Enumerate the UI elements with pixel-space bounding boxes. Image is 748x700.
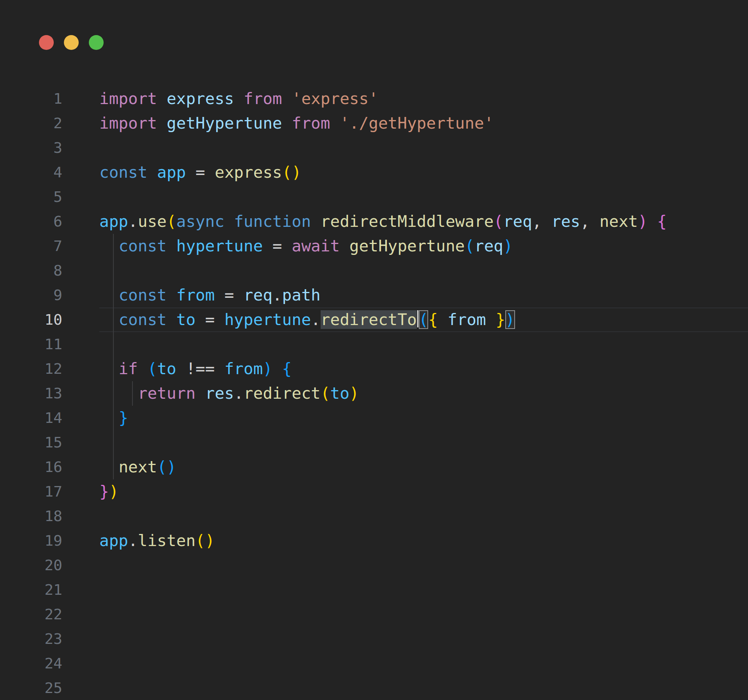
code-token: req [503, 212, 532, 231]
code-token [138, 359, 148, 378]
code-token: app [99, 212, 128, 231]
line-number: 1 [0, 87, 62, 111]
minimize-button[interactable] [64, 35, 79, 50]
code-line[interactable]: 10 const to = hypertune.redirectTo({ fro… [0, 308, 748, 332]
code-line[interactable]: 25 [0, 676, 748, 700]
code-line-content: const hypertune = await getHypertune(req… [99, 234, 748, 258]
code-line[interactable]: 20 [0, 553, 748, 578]
code-token: from [448, 310, 486, 329]
code-token: } [496, 310, 505, 329]
code-line-content [99, 136, 748, 160]
code-line[interactable]: 9 const from = req.path [0, 283, 748, 308]
line-number: 11 [0, 332, 62, 357]
code-token: async [176, 212, 224, 231]
code-token: res [205, 384, 234, 403]
code-line[interactable]: 13 return res.redirect(to) [0, 381, 748, 406]
code-line[interactable]: 19app.listen() [0, 529, 748, 553]
code-editor-area[interactable]: 1import express from 'express'2import ge… [0, 87, 748, 700]
code-line[interactable]: 12 if (to !== from) { [0, 357, 748, 381]
code-line-content [99, 430, 748, 455]
code-token [157, 89, 167, 108]
close-button[interactable] [39, 35, 54, 50]
code-token: const [99, 163, 147, 182]
code-line-content [99, 332, 748, 357]
code-token: ( [147, 359, 157, 378]
code-token: = [196, 310, 224, 329]
code-token [234, 89, 244, 108]
line-number: 3 [0, 136, 62, 160]
code-token: ) [503, 237, 513, 255]
code-token: ( [167, 212, 176, 231]
code-line[interactable]: 14 } [0, 406, 748, 430]
code-token [167, 286, 176, 304]
code-line[interactable]: 6app.use(async function redirectMiddlewa… [0, 209, 748, 234]
code-line-content: import express from 'express' [99, 87, 748, 111]
code-token: . [234, 384, 244, 403]
code-token: listen [138, 531, 196, 550]
code-line-content: return res.redirect(to) [99, 381, 748, 406]
code-token [272, 359, 282, 378]
code-token: next [600, 212, 638, 231]
code-line[interactable]: 17}) [0, 479, 748, 504]
code-token: ) [205, 531, 215, 550]
code-token: from [292, 114, 330, 133]
code-editor-window: 1import express from 'express'2import ge… [0, 0, 748, 700]
code-token: hypertune [224, 310, 311, 329]
code-token: . [128, 212, 138, 231]
code-line[interactable]: 16 next() [0, 455, 748, 479]
code-line[interactable]: 3 [0, 136, 748, 160]
code-line[interactable]: 22 [0, 602, 748, 627]
code-line[interactable]: 11 [0, 332, 748, 357]
code-token: = [215, 286, 243, 304]
code-token: redirect [243, 384, 320, 403]
code-token: to [330, 384, 349, 403]
code-token: const [118, 310, 166, 329]
code-token: ( [282, 163, 292, 182]
line-number: 15 [0, 430, 62, 455]
indent-guide [113, 455, 114, 479]
code-token: } [99, 482, 109, 501]
code-line[interactable]: 8 [0, 258, 748, 283]
code-token: ( [494, 212, 503, 231]
zoom-button[interactable] [89, 35, 104, 50]
code-line[interactable]: 21 [0, 578, 748, 602]
code-token [340, 237, 349, 255]
code-token [647, 212, 657, 231]
code-token: ) [263, 359, 273, 378]
code-line[interactable]: 2import getHypertune from './getHypertun… [0, 111, 748, 136]
code-token [99, 359, 118, 378]
code-line-content [99, 578, 748, 602]
code-token: from [176, 286, 215, 304]
code-line[interactable]: 1import express from 'express' [0, 87, 748, 111]
code-line-content [99, 504, 748, 529]
code-token [99, 458, 118, 476]
code-token: . [272, 286, 282, 304]
code-token: express [167, 89, 234, 108]
code-token: app [157, 163, 186, 182]
line-number: 22 [0, 602, 62, 627]
code-token: const [118, 286, 166, 304]
code-token: return [138, 384, 196, 403]
code-line[interactable]: 15 [0, 430, 748, 455]
code-line[interactable]: 23 [0, 627, 748, 651]
code-line-content [99, 676, 748, 700]
code-token: !== [176, 359, 224, 378]
code-line[interactable]: 5 [0, 185, 748, 209]
code-line[interactable]: 7 const hypertune = await getHypertune(r… [0, 234, 748, 258]
code-token: . [128, 531, 138, 550]
code-token [311, 212, 321, 231]
code-token: const [118, 237, 166, 255]
code-token [167, 310, 176, 329]
code-line[interactable]: 4const app = express() [0, 160, 748, 185]
code-line-content [99, 602, 748, 627]
code-token [282, 89, 292, 108]
line-number: 25 [0, 676, 62, 700]
code-line[interactable]: 24 [0, 651, 748, 676]
line-number: 6 [0, 209, 62, 234]
code-token: { [428, 310, 438, 329]
code-token: ( [321, 384, 330, 403]
highlighted-word: redirectTo [321, 310, 417, 329]
line-number: 4 [0, 160, 62, 185]
code-line[interactable]: 18 [0, 504, 748, 529]
code-token: req [475, 237, 503, 255]
